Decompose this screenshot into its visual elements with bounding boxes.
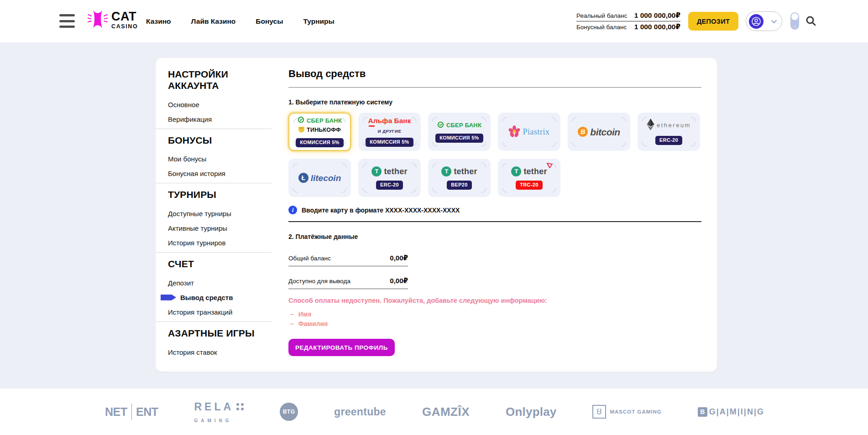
account-menu[interactable] (746, 11, 782, 31)
active-item-arrow-icon (161, 295, 176, 300)
page-title: Вывод средств (288, 68, 701, 80)
section-title: АЗАРТНЫЕ ИГРЫ (168, 328, 259, 339)
real-balance-value: 1 000 000,00₽ (634, 11, 680, 20)
deposit-button[interactable]: ДЕПОЗИТ (688, 12, 738, 31)
tron-icon (547, 162, 553, 170)
commission-badge: КОМИССИЯ 5% (296, 138, 343, 147)
withdrawal-main: Вывод средств 1. Выберите платежную сист… (288, 68, 701, 356)
bonus-balance-value: 1 000 000,00₽ (634, 23, 680, 31)
sidebar-item-verification[interactable]: Верификация (168, 112, 272, 127)
section-title: БОНУСЫ (168, 135, 259, 146)
provider-logo-relax-gaming: RELA GAMING (194, 401, 244, 423)
payment-card-litecoin[interactable]: Ł litecoin (288, 159, 351, 197)
total-balance-value: 0,00₽ (390, 254, 408, 262)
network-badge: BEP20 (447, 181, 471, 190)
step1-label: 1. Выберите платежную систему (288, 98, 701, 106)
payment-card-tether-trc20[interactable]: T tether TRC-20 (498, 159, 560, 197)
missing-fields-list: Имя Фамилия (288, 310, 701, 329)
sidebar-item-transaction-history[interactable]: История транзакций (168, 305, 272, 320)
tether-icon: T (371, 166, 382, 176)
commission-badge: КОМИССИЯ 5% (435, 134, 483, 143)
avatar (749, 14, 763, 29)
sber-logo-icon (437, 121, 444, 129)
commission-badge: КОМИССИЯ 5% (366, 138, 413, 147)
bonus-balance-label: Бонусный баланс (576, 24, 627, 31)
step2-label: 2. Платёжные данные (288, 233, 701, 240)
total-balance-row: Общий баланс 0,00₽ (288, 251, 408, 266)
hamburger-menu-icon[interactable] (59, 14, 75, 28)
chevron-down-icon (771, 17, 777, 26)
section-gambling: АЗАРТНЫЕ ИГРЫ История ставок (156, 328, 272, 362)
available-balance-row: Доступно для вывода 0,00₽ (288, 274, 408, 289)
logo-title: CAT (111, 10, 138, 23)
payment-card-bitcoin[interactable]: B bitcoin (568, 113, 630, 151)
payment-card-tether-erc20[interactable]: T tether ERC-20 (358, 159, 421, 197)
available-balance-value: 0,00₽ (390, 277, 408, 285)
account-sidebar: НАСТРОЙКИ АККАУНТА Основное Верификация … (156, 69, 272, 368)
sidebar-item-withdrawal-active[interactable]: Вывод средств (168, 290, 272, 305)
provider-logo-btg: BTG (280, 403, 298, 421)
sidebar-item-deposit[interactable]: Депозит (168, 276, 272, 290)
payment-card-tether-bep20[interactable]: T tether BEP20 (428, 159, 491, 197)
nav-casino[interactable]: Казино (146, 17, 171, 26)
payment-card-piastrix[interactable]: Piastrix (498, 113, 560, 151)
total-balance-label: Общий баланс (288, 255, 331, 262)
provider-logo-mascot-gaming: MASCOT GAMING (592, 405, 661, 419)
payment-card-sberbank[interactable]: СБЕР БАНК КОМИССИЯ 5% (428, 113, 491, 151)
network-badge: ERC-20 (376, 181, 403, 190)
sber-logo-icon (298, 116, 304, 124)
nav-tournaments[interactable]: Турниры (303, 17, 334, 26)
main-nav: Казино Лайв Казино Бонусы Турниры (146, 0, 335, 42)
sidebar-item-main[interactable]: Основное (168, 98, 272, 112)
payment-card-alfabank[interactable]: Альфа Банк И ДРУГИЕ КОМИССИЯ 5% (358, 113, 421, 151)
nav-live-casino[interactable]: Лайв Казино (191, 17, 236, 26)
info-icon: i (288, 206, 297, 214)
search-icon[interactable] (805, 15, 817, 27)
cat-casino-withdrawal-page: CAT CASINO Казино Лайв Казино Бонусы Тур… (0, 0, 868, 435)
section-title: ТУРНИРЫ (168, 189, 259, 201)
title-divider (288, 87, 701, 88)
provider-logo-greentube: greentube (334, 406, 386, 418)
network-badge: ERC-20 (655, 136, 682, 145)
logo-subtitle: CASINO (111, 24, 138, 30)
missing-field-first-name: Имя (288, 310, 701, 319)
sun-icon: ☼ (790, 24, 799, 29)
top-header: CAT CASINO Казино Лайв Казино Бонусы Тур… (0, 0, 868, 42)
litecoin-icon: Ł (298, 173, 309, 183)
provider-logo-netent: NETENT (105, 404, 158, 420)
theme-toggle[interactable]: ☼ (790, 12, 799, 30)
sidebar-item-tournament-history[interactable]: История турниров (168, 236, 272, 250)
sidebar-item-my-bonuses[interactable]: Мои бонусы (168, 152, 272, 166)
account-panel: НАСТРОЙКИ АККАУНТА Основное Верификация … (156, 58, 717, 372)
piastrix-flower-icon (508, 125, 520, 139)
bonus-balance-row: Бонусный баланс 1 000 000,00₽ (576, 21, 680, 32)
ethereum-icon (647, 119, 654, 132)
section-account-settings: НАСТРОЙКИ АККАУНТА Основное Верификация (156, 69, 272, 129)
sidebar-item-bet-history[interactable]: История ставок (168, 345, 272, 360)
payment-methods-grid: СБЕР БАНК ТИНЬКОФФ КОМИССИЯ 5% Альфа Бан… (288, 113, 701, 197)
brand-logo[interactable]: CAT CASINO (88, 8, 138, 32)
mascot-emblem-icon (592, 405, 606, 419)
sidebar-item-active-tournaments[interactable]: Активные турниры (168, 221, 272, 236)
provider-logo-bgaming: B G|A|M|I|N|G (698, 407, 764, 417)
tinkoff-logo-icon (298, 126, 304, 134)
section-account: СЧЕТ Депозит Вывод средств История транз… (156, 259, 272, 322)
card-format-note: i Вводите карту в формате XXXX-XXXX-XXXX… (288, 206, 701, 214)
available-balance-label: Доступно для вывода (288, 278, 350, 285)
edit-profile-button[interactable]: РЕДАКТИРОВАТЬ ПРОФИЛЬ (288, 339, 395, 356)
providers-footer: NETENT RELA GAMING BTG greentube GAMZÎX … (0, 388, 868, 435)
provider-logo-onlyplay: Onlyplay (506, 405, 556, 419)
payment-card-ethereum[interactable]: ethereum ERC-20 (638, 113, 700, 151)
providers-row: NETENT RELA GAMING BTG greentube GAMZÎX … (105, 388, 764, 435)
sidebar-item-available-tournaments[interactable]: Доступные турниры (168, 207, 272, 221)
toggle-knob (791, 13, 798, 20)
payment-card-sber-tinkoff-selected[interactable]: СБЕР БАНК ТИНЬКОФФ КОМИССИЯ 5% (288, 113, 351, 151)
payment-unavailable-warning: Способ оплаты недоступен. Пожалуйста, до… (288, 297, 701, 304)
provider-logo-gamzix: GAMZÎX (422, 405, 470, 419)
nav-bonuses[interactable]: Бонусы (256, 17, 283, 26)
cat-logo-icon (88, 8, 108, 32)
sidebar-item-bonus-history[interactable]: Бонусная история (168, 166, 272, 181)
balance-summary: Общий баланс 0,00₽ Доступно для вывода 0… (288, 251, 408, 289)
tether-icon: T (441, 166, 451, 176)
tether-icon: T (511, 166, 521, 176)
